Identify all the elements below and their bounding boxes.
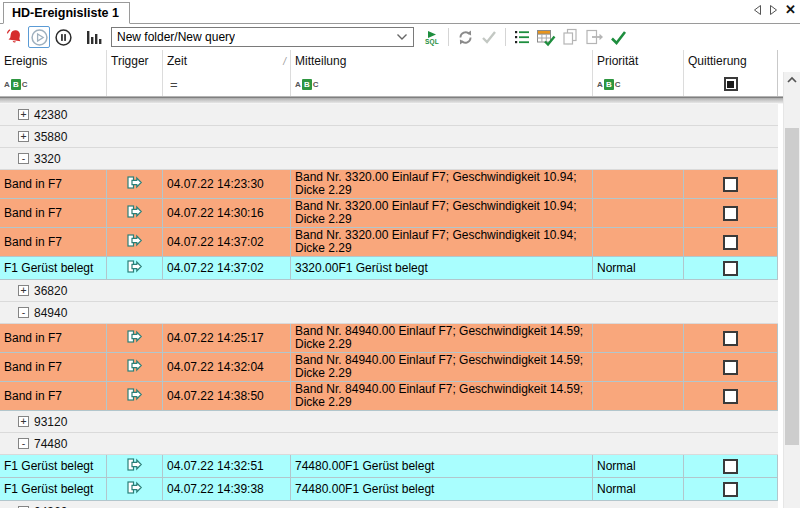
quittierung-checkbox[interactable] bbox=[723, 261, 738, 276]
quittierung-checkbox[interactable] bbox=[723, 482, 738, 497]
group-label: 84940 bbox=[34, 306, 67, 320]
column-header-quittierung[interactable]: Quittierung bbox=[684, 50, 777, 72]
cell-quittierung bbox=[684, 324, 778, 352]
scroll-up-icon[interactable] bbox=[784, 72, 800, 88]
tab-hd-ereignisliste[interactable]: HD-Ereignisliste 1 bbox=[3, 2, 130, 24]
copy-disabled-icon bbox=[559, 26, 581, 48]
event-row[interactable]: Band in F704.07.22 14:38:50Band Nr. 8494… bbox=[0, 382, 778, 411]
event-row[interactable]: Band in F704.07.22 14:23:30Band Nr. 3320… bbox=[0, 170, 778, 199]
expand-icon[interactable]: + bbox=[18, 285, 29, 296]
group-label: 3320 bbox=[34, 152, 61, 166]
cell-prioritaet: Normal bbox=[593, 478, 684, 500]
group-label: 93120 bbox=[34, 415, 67, 429]
cell-prioritaet bbox=[593, 199, 684, 227]
refresh-icon[interactable] bbox=[454, 26, 476, 48]
cell-zeit: 04.07.22 14:32:51 bbox=[163, 455, 291, 477]
cell-zeit: 04.07.22 14:37:02 bbox=[163, 257, 291, 279]
quittierung-checkbox[interactable] bbox=[723, 235, 738, 250]
sql-button[interactable]: SQL bbox=[421, 26, 443, 48]
trigger-out-icon bbox=[126, 259, 143, 277]
cell-quittierung bbox=[684, 353, 778, 381]
event-row[interactable]: F1 Gerüst belegt04.07.22 14:37:023320.00… bbox=[0, 257, 778, 280]
expand-icon[interactable]: + bbox=[18, 109, 29, 120]
event-row[interactable]: F1 Gerüst belegt04.07.22 14:39:3874480.0… bbox=[0, 478, 778, 501]
event-row[interactable]: F1 Gerüst belegt04.07.22 14:32:5174480.0… bbox=[0, 455, 778, 478]
group-row[interactable]: +42380 bbox=[0, 104, 778, 126]
group-row[interactable]: -04360 bbox=[0, 501, 778, 508]
split-bar[interactable] bbox=[0, 97, 800, 104]
group-row[interactable]: -3320 bbox=[0, 148, 778, 170]
column-header-mitteilung[interactable]: Mitteilung bbox=[291, 50, 592, 72]
query-list-icon[interactable] bbox=[511, 26, 533, 48]
filter-zeit[interactable]: = bbox=[163, 72, 290, 96]
expand-icon[interactable]: + bbox=[18, 416, 29, 427]
play-button[interactable] bbox=[28, 26, 50, 48]
table-check-icon[interactable] bbox=[535, 26, 557, 48]
vertical-scrollbar[interactable] bbox=[783, 72, 800, 508]
quittierung-checkbox[interactable] bbox=[723, 206, 738, 221]
group-row[interactable]: +35880 bbox=[0, 126, 778, 148]
query-selector[interactable]: New folder/New query bbox=[111, 27, 414, 47]
close-icon[interactable]: ✕ bbox=[785, 3, 796, 17]
alarm-bell-icon[interactable] bbox=[4, 26, 26, 48]
filter-trigger[interactable] bbox=[107, 72, 162, 96]
quittierung-checkbox[interactable] bbox=[723, 459, 738, 474]
cell-mitteilung: Band Nr. 84940.00 Einlauf F7; Geschwindi… bbox=[291, 382, 593, 410]
group-row[interactable]: +93120 bbox=[0, 411, 778, 433]
quittierung-checkbox[interactable] bbox=[723, 389, 738, 404]
column-header-trigger[interactable]: Trigger bbox=[107, 50, 162, 72]
cell-prioritaet bbox=[593, 170, 684, 198]
cell-mitteilung: Band Nr. 3320.00 Einlauf F7; Geschwindig… bbox=[291, 170, 593, 198]
cell-trigger bbox=[107, 199, 163, 227]
query-selector-value: New folder/New query bbox=[117, 30, 235, 44]
cell-quittierung bbox=[684, 455, 778, 477]
event-row[interactable]: Band in F704.07.22 14:32:04Band Nr. 8494… bbox=[0, 353, 778, 382]
event-row[interactable]: Band in F704.07.22 14:37:02Band Nr. 3320… bbox=[0, 228, 778, 257]
quittierung-checkbox[interactable] bbox=[723, 331, 738, 346]
cell-ereignis: Band in F7 bbox=[0, 353, 107, 381]
cell-trigger bbox=[107, 455, 163, 477]
collapse-icon[interactable]: - bbox=[18, 307, 29, 318]
cell-ereignis: F1 Gerüst belegt bbox=[0, 257, 107, 279]
quittierung-checkbox[interactable] bbox=[723, 360, 738, 375]
group-row[interactable]: +36820 bbox=[0, 280, 778, 302]
column-header-ereignis[interactable]: Ereignis bbox=[0, 50, 106, 72]
scrollbar-thumb[interactable] bbox=[785, 128, 799, 445]
group-row[interactable]: -84940 bbox=[0, 302, 778, 324]
event-row[interactable]: Band in F704.07.22 14:25:17Band Nr. 8494… bbox=[0, 324, 778, 353]
trigger-out-icon bbox=[126, 329, 143, 347]
cell-prioritaet: Normal bbox=[593, 455, 684, 477]
trigger-out-icon bbox=[126, 233, 143, 251]
column-header-prioritaet[interactable]: Priorität bbox=[593, 50, 683, 72]
collapse-icon[interactable]: - bbox=[18, 153, 29, 164]
tab-scroll-left-icon[interactable] bbox=[753, 4, 762, 16]
cell-quittierung bbox=[684, 228, 778, 256]
tab-bar: HD-Ereignisliste 1 ✕ bbox=[0, 0, 800, 24]
quittierung-checkbox[interactable] bbox=[723, 177, 738, 192]
cell-prioritaet bbox=[593, 353, 684, 381]
tab-scroll-right-icon[interactable] bbox=[769, 4, 778, 16]
cell-ereignis: Band in F7 bbox=[0, 382, 107, 410]
bar-chart-button[interactable] bbox=[83, 26, 105, 48]
expand-icon[interactable]: + bbox=[18, 131, 29, 142]
cell-ereignis: Band in F7 bbox=[0, 324, 107, 352]
cell-zeit: 04.07.22 14:39:38 bbox=[163, 478, 291, 500]
collapse-icon[interactable]: - bbox=[18, 438, 29, 449]
abc-filter-icon: ABC bbox=[295, 79, 319, 90]
pause-button[interactable] bbox=[52, 26, 74, 48]
filter-ereignis[interactable]: ABC bbox=[0, 72, 106, 96]
filter-quittierung[interactable] bbox=[684, 72, 777, 96]
filter-mitteilung[interactable]: ABC bbox=[291, 72, 592, 96]
cell-trigger bbox=[107, 170, 163, 198]
column-header-zeit[interactable]: Zeit / bbox=[163, 50, 290, 72]
group-row[interactable]: -74480 bbox=[0, 433, 778, 455]
checkmark-green-icon[interactable] bbox=[607, 26, 629, 48]
sort-indicator-icon: / bbox=[283, 56, 286, 67]
event-row[interactable]: Band in F704.07.22 14:30:16Band Nr. 3320… bbox=[0, 199, 778, 228]
filter-prioritaet[interactable]: ABC bbox=[593, 72, 683, 96]
cell-ereignis: Band in F7 bbox=[0, 228, 107, 256]
cell-zeit: 04.07.22 14:30:16 bbox=[163, 199, 291, 227]
cell-ereignis: F1 Gerüst belegt bbox=[0, 455, 107, 477]
group-label: 04360 bbox=[34, 505, 67, 508]
tristate-checkbox-icon bbox=[724, 77, 738, 91]
